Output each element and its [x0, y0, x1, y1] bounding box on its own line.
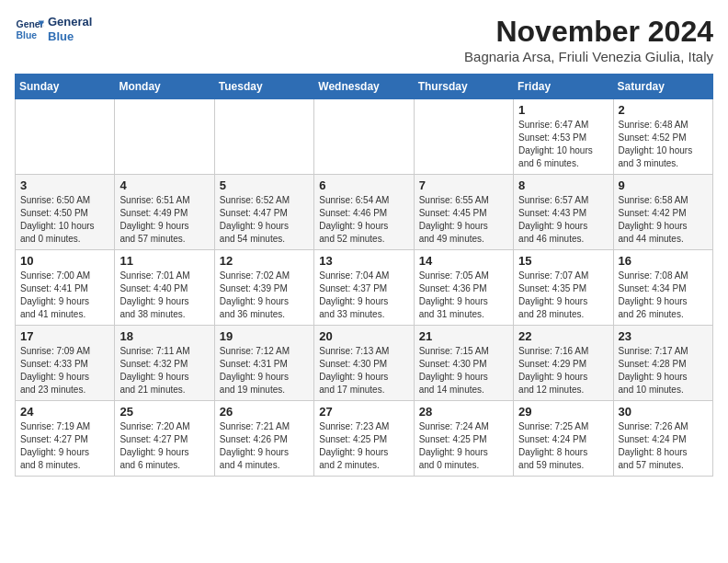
day-info: Sunrise: 7:01 AM Sunset: 4:40 PM Dayligh…	[119, 270, 209, 321]
day-number: 5	[220, 178, 309, 192]
calendar-subtitle: Bagnaria Arsa, Friuli Venezia Giulia, It…	[464, 49, 713, 64]
calendar-cell: 14Sunrise: 7:05 AM Sunset: 4:36 PM Dayli…	[414, 250, 513, 326]
calendar-cell	[414, 99, 513, 175]
day-of-week-header: Saturday	[613, 75, 712, 99]
day-number: 13	[319, 254, 408, 268]
calendar-cell: 28Sunrise: 7:24 AM Sunset: 4:25 PM Dayli…	[414, 401, 513, 477]
title-area: November 2024 Bagnaria Arsa, Friuli Vene…	[464, 15, 713, 64]
day-number: 17	[20, 329, 109, 343]
day-number: 27	[319, 405, 408, 419]
day-info: Sunrise: 7:25 AM Sunset: 4:24 PM Dayligh…	[518, 420, 608, 472]
day-info: Sunrise: 7:04 AM Sunset: 4:37 PM Dayligh…	[319, 270, 408, 321]
day-info: Sunrise: 6:54 AM Sunset: 4:46 PM Dayligh…	[319, 194, 408, 246]
day-info: Sunrise: 7:21 AM Sunset: 4:26 PM Dayligh…	[220, 420, 309, 472]
day-number: 22	[518, 329, 608, 343]
calendar-table: SundayMondayTuesdayWednesdayThursdayFrid…	[15, 74, 713, 477]
day-info: Sunrise: 7:24 AM Sunset: 4:25 PM Dayligh…	[419, 420, 508, 472]
calendar-cell: 21Sunrise: 7:15 AM Sunset: 4:30 PM Dayli…	[414, 326, 513, 401]
day-info: Sunrise: 6:57 AM Sunset: 4:43 PM Dayligh…	[518, 194, 608, 246]
calendar-cell: 26Sunrise: 7:21 AM Sunset: 4:26 PM Dayli…	[214, 401, 313, 477]
calendar-cell: 12Sunrise: 7:02 AM Sunset: 4:39 PM Dayli…	[214, 250, 313, 326]
calendar-cell: 9Sunrise: 6:58 AM Sunset: 4:42 PM Daylig…	[613, 175, 712, 250]
day-info: Sunrise: 6:52 AM Sunset: 4:47 PM Dayligh…	[220, 194, 309, 246]
day-of-week-header: Monday	[115, 75, 214, 99]
calendar-cell: 7Sunrise: 6:55 AM Sunset: 4:45 PM Daylig…	[414, 175, 513, 250]
day-info: Sunrise: 7:13 AM Sunset: 4:30 PM Dayligh…	[319, 345, 408, 396]
calendar-cell: 4Sunrise: 6:51 AM Sunset: 4:49 PM Daylig…	[115, 175, 214, 250]
day-info: Sunrise: 7:08 AM Sunset: 4:34 PM Dayligh…	[619, 270, 708, 321]
day-number: 12	[220, 254, 309, 268]
calendar-cell: 11Sunrise: 7:01 AM Sunset: 4:40 PM Dayli…	[115, 250, 214, 326]
logo: General Blue General Blue	[15, 15, 92, 44]
day-of-week-header: Friday	[514, 75, 613, 99]
page-header: General Blue General Blue November 2024 …	[15, 15, 713, 64]
day-of-week-header: Thursday	[414, 75, 513, 99]
day-number: 16	[619, 254, 708, 268]
day-info: Sunrise: 6:51 AM Sunset: 4:49 PM Dayligh…	[119, 194, 209, 246]
day-number: 7	[419, 178, 508, 192]
day-number: 2	[619, 103, 708, 117]
calendar-cell: 6Sunrise: 6:54 AM Sunset: 4:46 PM Daylig…	[314, 175, 414, 250]
day-info: Sunrise: 7:20 AM Sunset: 4:27 PM Dayligh…	[119, 420, 209, 472]
day-of-week-header: Wednesday	[314, 75, 414, 99]
calendar-body: 1Sunrise: 6:47 AM Sunset: 4:53 PM Daylig…	[16, 99, 713, 477]
calendar-cell: 16Sunrise: 7:08 AM Sunset: 4:34 PM Dayli…	[613, 250, 712, 326]
day-info: Sunrise: 7:07 AM Sunset: 4:35 PM Dayligh…	[518, 270, 608, 321]
day-number: 6	[319, 178, 408, 192]
calendar-cell: 24Sunrise: 7:19 AM Sunset: 4:27 PM Dayli…	[16, 401, 115, 477]
day-number: 9	[619, 178, 708, 192]
day-number: 23	[619, 329, 708, 343]
calendar-cell: 15Sunrise: 7:07 AM Sunset: 4:35 PM Dayli…	[514, 250, 613, 326]
day-number: 15	[518, 254, 608, 268]
calendar-week-row: 3Sunrise: 6:50 AM Sunset: 4:50 PM Daylig…	[16, 175, 713, 250]
day-info: Sunrise: 6:58 AM Sunset: 4:42 PM Dayligh…	[619, 194, 708, 246]
day-number: 1	[518, 103, 608, 117]
day-number: 24	[20, 405, 109, 419]
calendar-cell: 20Sunrise: 7:13 AM Sunset: 4:30 PM Dayli…	[314, 326, 414, 401]
day-number: 26	[220, 405, 309, 419]
day-number: 19	[220, 329, 309, 343]
day-info: Sunrise: 6:50 AM Sunset: 4:50 PM Dayligh…	[20, 194, 109, 246]
day-number: 8	[518, 178, 608, 192]
calendar-cell: 30Sunrise: 7:26 AM Sunset: 4:24 PM Dayli…	[613, 401, 712, 477]
calendar-title: November 2024	[464, 15, 713, 49]
calendar-cell	[16, 99, 115, 175]
calendar-cell: 3Sunrise: 6:50 AM Sunset: 4:50 PM Daylig…	[16, 175, 115, 250]
day-info: Sunrise: 7:12 AM Sunset: 4:31 PM Dayligh…	[220, 345, 309, 396]
day-info: Sunrise: 7:16 AM Sunset: 4:29 PM Dayligh…	[518, 345, 608, 396]
day-number: 10	[20, 254, 109, 268]
day-number: 3	[20, 178, 109, 192]
day-info: Sunrise: 7:26 AM Sunset: 4:24 PM Dayligh…	[619, 420, 708, 472]
day-number: 4	[119, 178, 209, 192]
day-info: Sunrise: 7:02 AM Sunset: 4:39 PM Dayligh…	[220, 270, 309, 321]
day-number: 20	[319, 329, 408, 343]
calendar-week-row: 24Sunrise: 7:19 AM Sunset: 4:27 PM Dayli…	[16, 401, 713, 477]
day-number: 18	[119, 329, 209, 343]
day-of-week-header: Tuesday	[214, 75, 313, 99]
calendar-cell: 29Sunrise: 7:25 AM Sunset: 4:24 PM Dayli…	[514, 401, 613, 477]
day-info: Sunrise: 7:00 AM Sunset: 4:41 PM Dayligh…	[20, 270, 109, 321]
day-number: 29	[518, 405, 608, 419]
day-info: Sunrise: 7:17 AM Sunset: 4:28 PM Dayligh…	[619, 345, 708, 396]
calendar-cell: 17Sunrise: 7:09 AM Sunset: 4:33 PM Dayli…	[16, 326, 115, 401]
calendar-header-row: SundayMondayTuesdayWednesdayThursdayFrid…	[16, 75, 713, 99]
calendar-cell: 10Sunrise: 7:00 AM Sunset: 4:41 PM Dayli…	[16, 250, 115, 326]
day-info: Sunrise: 7:23 AM Sunset: 4:25 PM Dayligh…	[319, 420, 408, 472]
day-number: 30	[619, 405, 708, 419]
calendar-cell	[214, 99, 313, 175]
calendar-cell: 8Sunrise: 6:57 AM Sunset: 4:43 PM Daylig…	[514, 175, 613, 250]
day-number: 21	[419, 329, 508, 343]
calendar-cell: 23Sunrise: 7:17 AM Sunset: 4:28 PM Dayli…	[613, 326, 712, 401]
day-info: Sunrise: 7:05 AM Sunset: 4:36 PM Dayligh…	[419, 270, 508, 321]
calendar-cell: 13Sunrise: 7:04 AM Sunset: 4:37 PM Dayli…	[314, 250, 414, 326]
calendar-cell	[314, 99, 414, 175]
day-number: 11	[119, 254, 209, 268]
logo-icon: General Blue	[15, 15, 44, 44]
day-of-week-header: Sunday	[16, 75, 115, 99]
day-number: 28	[419, 405, 508, 419]
day-info: Sunrise: 7:19 AM Sunset: 4:27 PM Dayligh…	[20, 420, 109, 472]
day-info: Sunrise: 6:47 AM Sunset: 4:53 PM Dayligh…	[518, 119, 608, 170]
calendar-cell: 1Sunrise: 6:47 AM Sunset: 4:53 PM Daylig…	[514, 99, 613, 175]
calendar-cell: 27Sunrise: 7:23 AM Sunset: 4:25 PM Dayli…	[314, 401, 414, 477]
day-info: Sunrise: 7:09 AM Sunset: 4:33 PM Dayligh…	[20, 345, 109, 396]
